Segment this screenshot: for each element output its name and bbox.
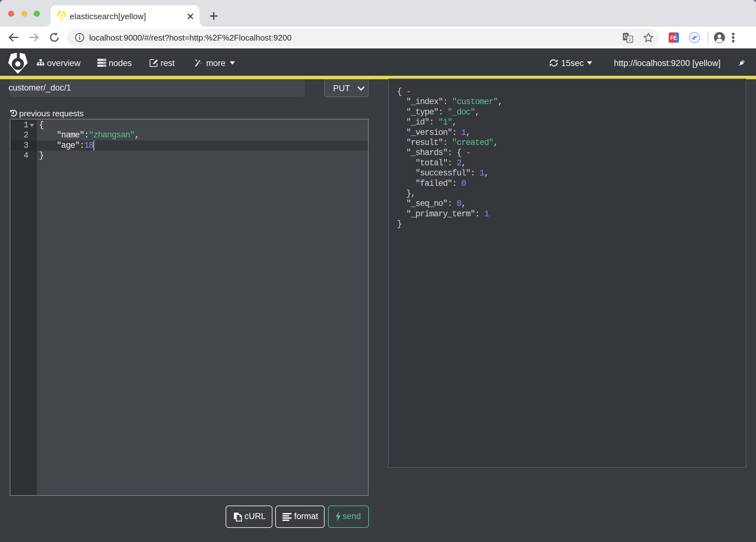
svg-text:文: 文: [627, 37, 632, 42]
svg-text:FE: FE: [670, 35, 677, 41]
